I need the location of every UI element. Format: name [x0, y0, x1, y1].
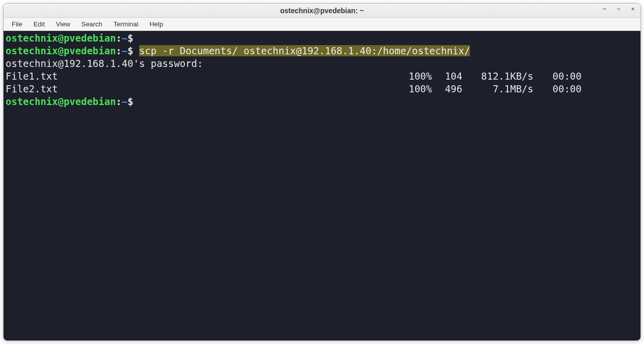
password-prompt-line: ostechnix@192.168.1.40's password: [6, 57, 638, 70]
prompt-path: ~ [122, 32, 127, 44]
transfer-line-2: File2.txt100%4967.1MB/s00:00 [6, 83, 638, 95]
file-time: 00:00 [533, 83, 582, 95]
terminal-line: ostechnix@pvedebian:~$ scp -r Documents/… [6, 45, 638, 57]
menu-file[interactable]: File [7, 19, 27, 29]
prompt-user: ostechnix@pvedebian [6, 32, 116, 44]
prompt-path: ~ [122, 96, 127, 107]
prompt-user: ostechnix@pvedebian [6, 45, 116, 56]
prompt-path: ~ [122, 45, 127, 56]
terminal-window: ostechnix@pvedebian: ~ – ▫ × File Edit V… [3, 3, 641, 341]
file-size: 496 [432, 83, 462, 95]
prompt-symbol: $ [127, 32, 133, 44]
file-percent: 100% [401, 70, 432, 83]
terminal-line: ostechnix@pvedebian:~$ [6, 32, 638, 45]
menu-bar: File Edit View Search Terminal Help [4, 18, 640, 31]
maximize-button[interactable]: ▫ [615, 6, 622, 12]
menu-edit[interactable]: Edit [28, 19, 50, 29]
file-name: File1.txt [6, 70, 401, 83]
file-size: 104 [432, 70, 462, 83]
prompt-colon: : [116, 32, 121, 44]
file-percent: 100% [401, 83, 432, 95]
menu-terminal[interactable]: Terminal [109, 19, 144, 29]
terminal-line: ostechnix@pvedebian:~$ [6, 95, 638, 108]
prompt-user: ostechnix@pvedebian [6, 96, 116, 107]
prompt-symbol: $ [127, 45, 133, 56]
minimize-button[interactable]: – [601, 6, 608, 12]
window-titlebar[interactable]: ostechnix@pvedebian: ~ – ▫ × [4, 4, 640, 18]
close-button[interactable]: × [629, 6, 636, 12]
transfer-line-1: File1.txt100%104812.1KB/s00:00 [6, 70, 638, 83]
file-speed: 7.1MB/s [462, 83, 533, 95]
menu-view[interactable]: View [51, 19, 75, 29]
window-title: ostechnix@pvedebian: ~ [280, 7, 364, 15]
prompt-symbol: $ [127, 96, 133, 107]
menu-search[interactable]: Search [76, 19, 107, 29]
file-speed: 812.1KB/s [462, 70, 533, 83]
scp-command: scp -r Documents/ ostechnix@192.168.1.40… [139, 45, 470, 56]
prompt-colon: : [116, 96, 121, 107]
file-time: 00:00 [533, 70, 582, 83]
terminal-body[interactable]: ostechnix@pvedebian:~$ostechnix@pvedebia… [4, 31, 640, 340]
prompt-colon: : [116, 45, 121, 56]
window-controls: – ▫ × [601, 6, 636, 12]
menu-help[interactable]: Help [145, 19, 168, 29]
file-name: File2.txt [6, 83, 401, 95]
